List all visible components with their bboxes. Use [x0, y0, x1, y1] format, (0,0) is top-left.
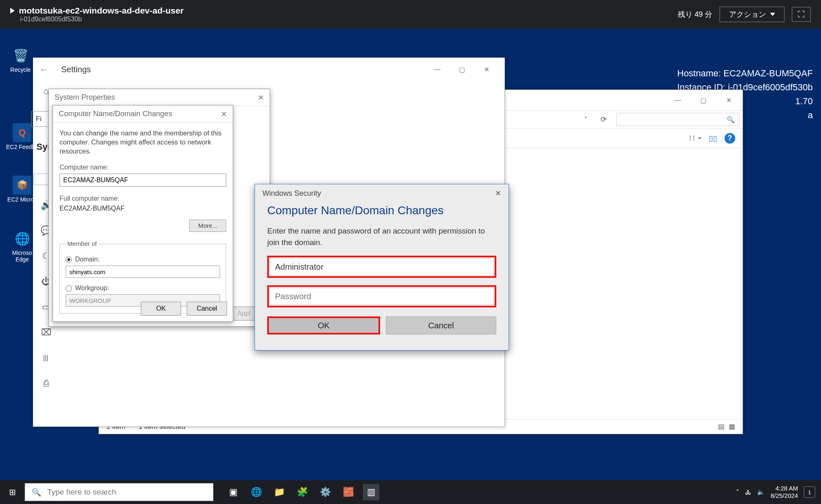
search-box[interactable]: 🔍: [616, 113, 739, 126]
session-instance-id: i-01d9cef6005df530b: [20, 16, 183, 23]
search-icon: 🔍: [727, 116, 735, 124]
nav-tablet-icon[interactable]: ⌧: [33, 327, 59, 338]
ec2-box-icon: 📦: [13, 176, 32, 195]
help-icon[interactable]: ?: [725, 133, 735, 144]
remaining-time: 残り 49 分: [678, 9, 712, 19]
desktop-icon-recycle-bin[interactable]: 🗑️ Recycle: [4, 46, 37, 73]
taskbar: ⊞ 🔍 Type here to search ▣ 🌐 📁 🧩 ⚙️ 🧱 ▥ ˄…: [0, 480, 821, 504]
dialog-title: Computer Name/Domain Changes: [59, 110, 172, 118]
dialog-description: You can change the name and the membersh…: [60, 128, 226, 156]
maximize-button[interactable]: ▢: [449, 61, 474, 78]
details-view-icon[interactable]: ▤: [718, 422, 725, 431]
tray-network-icon[interactable]: 🖧: [745, 489, 751, 496]
dialog-heading: Computer Name/Domain Changes: [267, 204, 496, 217]
computer-name-domain-changes-dialog: Computer Name/Domain Changes ✕ You can c…: [53, 105, 233, 322]
password-highlight: [267, 285, 496, 307]
full-computer-name-label: Full computer name:: [60, 194, 226, 203]
chevron-down-icon: [770, 13, 775, 16]
tray-clock[interactable]: 4:28 AM 8/25/2024: [771, 485, 798, 499]
username-highlight: [267, 256, 496, 278]
settings-title: Settings: [61, 65, 91, 74]
session-bar: mototsuka-ec2-windows-ad-dev-ad-user i-0…: [0, 0, 821, 29]
computer-name-input[interactable]: [60, 174, 226, 187]
cancel-button[interactable]: Cancel: [187, 302, 227, 316]
domain-input[interactable]: [66, 266, 220, 278]
expand-icon: ⛶: [798, 10, 805, 19]
task-view-icon[interactable]: ▣: [225, 484, 241, 500]
ok-button-highlight: OK: [267, 316, 380, 334]
start-button[interactable]: ⊞: [0, 487, 25, 497]
close-icon[interactable]: ✕: [221, 110, 227, 119]
taskbar-app-icon-2[interactable]: 🧱: [340, 484, 356, 500]
tray-chevron-up-icon[interactable]: ˄: [736, 488, 739, 496]
close-icon[interactable]: ✕: [495, 189, 501, 198]
search-icon: 🔍: [32, 488, 41, 497]
close-icon[interactable]: ✕: [258, 93, 264, 102]
taskbar-app-icon-1[interactable]: 🧩: [294, 484, 310, 500]
minimize-button[interactable]: —: [425, 61, 449, 78]
dialog-title: Windows Security: [262, 189, 321, 198]
member-of-legend: Member of: [66, 239, 99, 248]
close-button[interactable]: ✕: [474, 61, 499, 78]
maximize-button[interactable]: ▢: [691, 92, 716, 109]
workgroup-radio[interactable]: Workgroup:: [66, 284, 220, 293]
tray-notifications[interactable]: 1: [804, 486, 815, 498]
back-button[interactable]: ←: [39, 64, 49, 75]
taskbar-edge-icon[interactable]: 🌐: [248, 484, 264, 500]
dialog-title: System Properties: [55, 93, 115, 102]
minimize-button[interactable]: —: [665, 92, 690, 109]
computer-name-label: Computer name:: [60, 163, 226, 172]
taskbar-control-panel-icon[interactable]: ▥: [363, 484, 379, 500]
address-dropdown[interactable]: ˅: [578, 116, 594, 124]
tray-sound-icon[interactable]: 🔈: [757, 488, 765, 496]
fullscreen-button[interactable]: ⛶: [792, 7, 811, 22]
dialog-prompt: Enter the name and password of an accoun…: [267, 225, 496, 248]
radio-checked-icon: [66, 257, 72, 263]
domain-radio[interactable]: Domain:: [66, 255, 220, 264]
cancel-button[interactable]: Cancel: [386, 316, 496, 334]
close-button[interactable]: ✕: [716, 92, 741, 109]
action-dropdown[interactable]: アクション: [720, 7, 784, 22]
full-computer-name-value: EC2AMAZ-BUM5QAF: [60, 204, 226, 213]
play-icon: [10, 8, 15, 14]
session-title: mototsuka-ec2-windows-ad-dev-ad-user: [19, 6, 183, 16]
windows-security-dialog: Windows Security ✕ Computer Name/Domain …: [255, 184, 509, 351]
edge-icon: 🌐: [13, 229, 32, 248]
large-icons-view-icon[interactable]: ▦: [729, 422, 735, 431]
refresh-button[interactable]: ⟳: [594, 115, 613, 124]
recycle-bin-icon: 🗑️: [11, 46, 30, 65]
taskbar-search[interactable]: 🔍 Type here to search: [25, 483, 213, 501]
taskbar-settings-icon[interactable]: ⚙️: [317, 484, 333, 500]
ok-button[interactable]: OK: [269, 318, 378, 333]
ec2-feedback-icon: Q: [13, 123, 32, 142]
radio-unchecked-icon: [66, 285, 72, 291]
password-input[interactable]: [270, 288, 494, 305]
nav-project-icon[interactable]: ⎙: [33, 378, 59, 389]
more-button[interactable]: More...: [189, 220, 226, 232]
nav-multitask-icon[interactable]: ⫼: [33, 353, 59, 363]
ok-button[interactable]: OK: [141, 302, 181, 316]
taskbar-explorer-icon[interactable]: 📁: [271, 484, 287, 500]
preview-pane-icon[interactable]: ▯▯: [709, 134, 717, 143]
username-input[interactable]: [270, 258, 494, 275]
view-options-icon[interactable]: ⫶⫶ ▾: [688, 134, 702, 142]
